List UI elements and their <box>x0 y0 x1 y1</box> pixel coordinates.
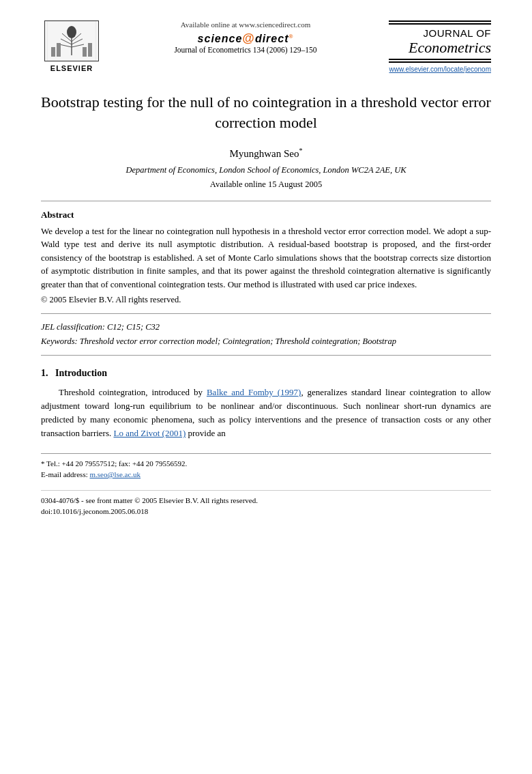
section-number: 1. <box>41 368 48 378</box>
copyright-line: © 2005 Elsevier B.V. All rights reserved… <box>41 295 491 305</box>
balke-fomby-link[interactable]: Balke and Fomby (1997) <box>207 387 301 397</box>
journal-issue-text: Journal of Econometrics 134 (2006) 129–1… <box>109 46 382 54</box>
abstract-heading: Abstract <box>41 210 491 220</box>
sciencedirect-logo: science@direct® <box>109 31 382 46</box>
footnote-tel-label: Tel.: <box>46 459 60 468</box>
footnote: * Tel.: +44 20 79557512; fax: +44 20 795… <box>41 458 491 481</box>
svg-rect-11 <box>88 43 92 57</box>
header: ELSEVIER Available online at www.science… <box>41 20 491 73</box>
svg-rect-9 <box>57 43 61 57</box>
section-title: Introduction <box>55 368 107 378</box>
header-center: Available online at www.sciencedirect.co… <box>102 20 389 54</box>
footer-text: - see front matter © 2005 Elsevier B.V. … <box>81 496 258 504</box>
intro-text: Threshold cointegration, introduced by B… <box>41 386 491 441</box>
svg-rect-8 <box>51 47 55 57</box>
footnote-fax-number: +44 20 79556592. <box>132 459 187 468</box>
econometrics-label: Econometrics <box>389 40 491 56</box>
footnote-star: * <box>41 459 45 468</box>
keywords-label: Keywords: <box>41 336 78 346</box>
abstract-body: We develop a test for the linear no coin… <box>41 226 491 289</box>
footnote-tel-number: +44 20 79557512 <box>62 459 115 468</box>
author-name-text: Myunghwan Seo <box>229 148 299 159</box>
elsevier-logo-image <box>44 20 99 61</box>
journal-right: JOURNAL OF Econometrics www.elsevier.com… <box>389 20 491 73</box>
science-label: science <box>198 33 243 44</box>
author-name: Myunghwan Seo* <box>41 147 491 160</box>
title-section: Bootstrap testing for the null of no coi… <box>41 92 491 189</box>
title-rule <box>41 201 491 201</box>
intro-paragraph-1: Threshold cointegration, introduced by B… <box>41 386 491 441</box>
footnote-email-label: E-mail address: <box>41 470 88 478</box>
footer-doi: doi:10.1016/j.jeconom.2005.06.018 <box>41 507 148 515</box>
keywords-line: Keywords: Threshold vector error correct… <box>41 336 491 347</box>
affiliation: Department of Economics, London School o… <box>41 165 491 175</box>
jel-codes: C12; C15; C32 <box>107 322 160 332</box>
available-online-date: Available online 15 August 2005 <box>41 180 491 190</box>
article-title: Bootstrap testing for the null of no coi… <box>41 92 491 132</box>
footer: * Tel.: +44 20 79557512; fax: +44 20 795… <box>41 453 491 517</box>
svg-rect-10 <box>83 47 87 57</box>
keywords-text: Threshold vector error correction model;… <box>80 336 396 346</box>
section-heading: 1. Introduction <box>41 368 491 379</box>
abstract-section: Abstract We develop a test for the linea… <box>41 210 491 306</box>
footnote-email[interactable]: m.seo@lse.ac.uk <box>89 470 141 478</box>
elsevier-name-label: ELSEVIER <box>50 64 93 72</box>
footer-issn: 0304-4076/$ <box>41 496 79 504</box>
keywords-rule <box>41 355 491 356</box>
jel-line: JEL classification: C12; C15; C32 <box>41 322 491 332</box>
journal-of-label: JOURNAL OF <box>389 27 491 40</box>
author-footnote-marker: * <box>299 147 303 154</box>
footer-bottom: 0304-4076/$ - see front matter © 2005 El… <box>41 490 491 517</box>
lo-zivot-link[interactable]: Lo and Zivot (2001) <box>113 428 186 438</box>
page: ELSEVIER Available online at www.science… <box>0 0 532 774</box>
abstract-text: We develop a test for the linear no coin… <box>41 225 491 291</box>
elsevier-logo: ELSEVIER <box>41 20 102 72</box>
footnote-fax-label: fax: <box>119 459 130 468</box>
jel-label: JEL classification: <box>41 322 105 332</box>
journal-url[interactable]: www.elsevier.com/locate/jeconom <box>389 66 491 73</box>
abstract-rule <box>41 313 491 314</box>
svg-point-12 <box>67 26 76 38</box>
available-online-text: Available online at www.sciencedirect.co… <box>109 20 382 29</box>
introduction-section: 1. Introduction Threshold cointegration,… <box>41 368 491 441</box>
